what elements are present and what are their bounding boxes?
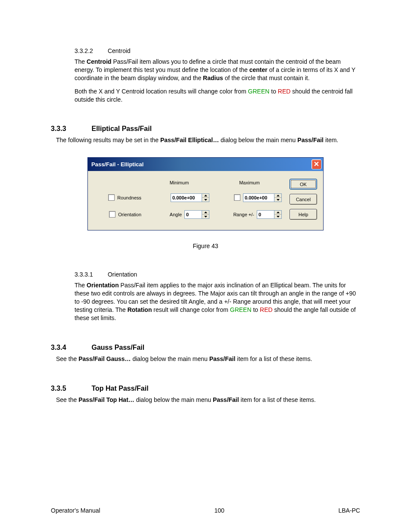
- ok-button[interactable]: OK: [290, 179, 317, 190]
- close-button[interactable]: [311, 159, 321, 169]
- section-title: Gauss Pass/Fail: [91, 344, 144, 351]
- svg-marker-2: [277, 195, 280, 196]
- heading-gauss: 3.3.4 Gauss Pass/Fail: [51, 344, 360, 352]
- dialog-passfail-elliptical: Pass/Fail - Elliptical Minimum Maximum: [87, 157, 324, 230]
- roundness-max-checkbox[interactable]: [234, 194, 240, 201]
- orientation-angle-input[interactable]: [184, 210, 202, 219]
- section-number: 3.3.5: [51, 385, 90, 392]
- roundness-min-field[interactable]: [171, 193, 209, 202]
- spin-up-icon[interactable]: [202, 211, 209, 215]
- dialog-titlebar[interactable]: Pass/Fail - Elliptical: [88, 158, 323, 171]
- heading-orientation: 3.3.3.1 Orientation: [75, 271, 360, 278]
- svg-marker-6: [277, 212, 280, 213]
- paragraph: See the Pass/Fail Top Hat… dialog below …: [56, 396, 360, 404]
- roundness-max-input[interactable]: [243, 193, 274, 202]
- orientation-range-input[interactable]: [257, 210, 274, 219]
- range-label: Range +/-: [233, 212, 254, 217]
- svg-marker-7: [277, 216, 280, 218]
- roundness-min-input[interactable]: [171, 193, 202, 202]
- orientation-angle-field[interactable]: [184, 210, 209, 219]
- spin-down-icon[interactable]: [202, 215, 209, 218]
- column-header-maximum: Maximum: [217, 180, 282, 185]
- orientation-checkbox[interactable]: [109, 211, 115, 218]
- svg-marker-5: [204, 216, 207, 218]
- green-text: GREEN: [230, 306, 252, 313]
- spin-down-icon[interactable]: [274, 215, 281, 218]
- orientation-range-field[interactable]: [257, 210, 282, 219]
- red-text: RED: [260, 306, 273, 313]
- roundness-max-field[interactable]: [243, 193, 282, 202]
- section-number: 3.3.2.2: [75, 47, 106, 54]
- close-icon: [314, 161, 319, 168]
- green-text: GREEN: [248, 88, 270, 95]
- spin-up-icon[interactable]: [274, 211, 281, 215]
- section-number: 3.3.3: [51, 125, 90, 133]
- dialog-title: Pass/Fail - Elliptical: [91, 161, 143, 168]
- help-button[interactable]: Help: [290, 209, 317, 220]
- section-title: Top Hat Pass/Fail: [91, 385, 148, 392]
- section-title: Orientation: [108, 271, 137, 278]
- angle-label: Angle: [170, 212, 182, 217]
- spin-up-icon[interactable]: [274, 194, 281, 198]
- section-number: 3.3.4: [51, 344, 90, 352]
- paragraph: Both the X and Y Centroid location resul…: [75, 87, 360, 104]
- cancel-button[interactable]: Cancel: [290, 194, 317, 205]
- page-footer: Operator's Manual 100 LBA-PC: [51, 507, 360, 514]
- footer-right: LBA-PC: [338, 507, 360, 514]
- spin-down-icon[interactable]: [202, 198, 209, 202]
- footer-pagenum: 100: [214, 507, 224, 514]
- section-title: Elliptical Pass/Fail: [91, 125, 152, 132]
- roundness-checkbox[interactable]: [108, 194, 115, 201]
- heading-tophat: 3.3.5 Top Hat Pass/Fail: [51, 385, 360, 392]
- paragraph: See the Pass/Fail Gauss… dialog below th…: [56, 355, 360, 363]
- heading-centroid: 3.3.2.2 Centroid: [75, 47, 360, 54]
- paragraph: The Centroid Pass/Fail item allows you t…: [75, 58, 360, 82]
- paragraph: The following results may be set in the …: [56, 136, 360, 144]
- svg-marker-3: [277, 199, 280, 201]
- spin-up-icon[interactable]: [202, 194, 209, 198]
- heading-elliptical: 3.3.3 Elliptical Pass/Fail: [51, 125, 360, 133]
- svg-marker-1: [204, 199, 207, 201]
- footer-left: Operator's Manual: [51, 507, 100, 514]
- spin-down-icon[interactable]: [274, 198, 281, 202]
- section-number: 3.3.3.1: [75, 271, 106, 278]
- orientation-label: Orientation: [118, 212, 141, 217]
- svg-marker-4: [204, 212, 207, 213]
- svg-marker-0: [204, 195, 207, 196]
- section-title: Centroid: [108, 47, 131, 54]
- paragraph: The Orientation Pass/Fail item applies t…: [75, 281, 360, 322]
- red-text: RED: [278, 88, 291, 95]
- roundness-label: Roundness: [117, 195, 141, 200]
- figure-caption: Figure 43: [51, 243, 360, 249]
- column-header-minimum: Minimum: [149, 180, 209, 185]
